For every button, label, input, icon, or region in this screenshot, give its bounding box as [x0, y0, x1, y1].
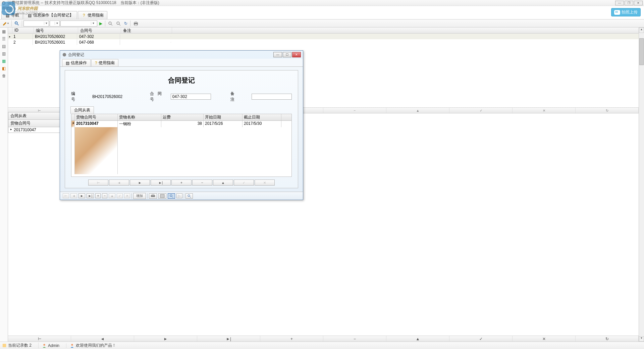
menu-help[interactable]: 帮助(H) [2, 6, 16, 11]
sg-h1[interactable]: 货物合同号 [75, 114, 118, 120]
bnav-ok[interactable]: ✓ [449, 336, 513, 342]
table-row[interactable]: ▸ 1 BH20170526002 047-302 [8, 34, 644, 39]
run-button[interactable]: ▶ [98, 20, 104, 27]
edit-button[interactable]: ▾ [1, 20, 10, 27]
bnav-cancel[interactable]: ✕ [513, 336, 576, 342]
dnav-up[interactable]: ▲ [213, 180, 233, 186]
bz-input[interactable] [252, 94, 292, 100]
toolbar: ▾ ▼ ▼ ▼ ▶ ↻ [0, 19, 644, 28]
f-zoom[interactable] [168, 193, 175, 199]
dialog-minimize-button[interactable]: — [273, 52, 282, 57]
close-button[interactable]: ✕ [634, 1, 643, 5]
tab-nav[interactable]: ▧ 导航 [1, 11, 23, 19]
col-bz[interactable]: 备注 [121, 28, 172, 33]
sub-panel-value: 2017310047 [14, 128, 36, 132]
dialog-tab-info[interactable]: ▤ 信息操作 [62, 59, 91, 66]
f-play[interactable]: ▷ [176, 193, 182, 198]
filter-value-combo[interactable]: ▼ [60, 20, 97, 27]
f-next[interactable]: ► [78, 193, 85, 198]
bnav-add[interactable]: + [260, 336, 323, 342]
side-icon-7[interactable]: 🗑 [1, 72, 7, 79]
bnav-next[interactable]: ► [134, 336, 197, 342]
grid-header: ID 编号 合同号 备注 [8, 28, 644, 34]
find-button[interactable] [115, 20, 122, 27]
nav-ok[interactable]: ✓ [449, 108, 513, 113]
zoom-button[interactable] [107, 20, 114, 27]
nav-refresh[interactable]: ↻ [576, 108, 639, 113]
dialog-title: 合同登记 [68, 52, 84, 58]
sub-panel-row[interactable]: ▸ 2017310047 [8, 127, 62, 133]
dnav-ok[interactable]: ✓ [234, 180, 254, 186]
dialog-tab-guide-label: 使用指南 [99, 60, 115, 66]
dialog-close-button[interactable]: ✕ [292, 52, 301, 57]
nav-up[interactable]: ▲ [386, 108, 449, 113]
dnav-prev[interactable]: ◄ [109, 180, 129, 186]
dnav-play[interactable]: ► [130, 180, 150, 186]
f-print[interactable] [149, 193, 157, 199]
bnav-refresh[interactable]: ↻ [576, 336, 639, 342]
sg-h4[interactable]: 开始日期 [204, 114, 243, 120]
tab-info[interactable]: ▤ 信息操作【合同登记】 [23, 11, 77, 19]
f-zoom2[interactable] [185, 193, 193, 199]
col-id[interactable]: ID [12, 28, 34, 33]
nav-del[interactable]: − [323, 108, 386, 113]
side-icon-5[interactable]: ▦ [1, 58, 7, 64]
dnav-first[interactable]: ⊢ [88, 180, 108, 186]
dnav-cancel[interactable]: ✕ [255, 180, 275, 186]
side-icon-4[interactable]: ▥ [1, 50, 7, 57]
bnav-prev[interactable]: ◄ [71, 336, 134, 342]
f-cancel[interactable]: ✕ [124, 193, 130, 198]
nav-cancel[interactable]: ✕ [513, 108, 576, 113]
sg-h3[interactable]: 运费 [161, 114, 204, 120]
f-ok[interactable]: ✓ [117, 193, 123, 198]
f-prev[interactable]: ◄ [70, 193, 77, 198]
side-icon-2[interactable]: ☰ [1, 36, 7, 42]
dnav-minus[interactable]: − [192, 180, 212, 186]
f-first[interactable]: ⊢ [63, 193, 69, 198]
upload-icon [614, 10, 620, 15]
f-preview[interactable] [158, 193, 166, 199]
col-bh[interactable]: 编号 [34, 28, 78, 33]
upload-label: 拍照上传 [622, 9, 638, 15]
restore-button[interactable]: ❐ [625, 1, 633, 5]
bnav-del[interactable]: − [323, 336, 386, 342]
dnav-last[interactable]: ►| [151, 180, 171, 186]
sub-panel-header[interactable]: 货物合同号 [8, 120, 62, 127]
search-button[interactable] [13, 20, 20, 27]
f-minus[interactable]: − [102, 193, 107, 198]
upload-button[interactable]: 拍照上传 [611, 8, 641, 16]
f-plus[interactable]: + [95, 193, 101, 198]
bnav-last[interactable]: ►| [197, 336, 260, 342]
sg-h2[interactable]: 货物名称 [118, 114, 161, 120]
dialog-maximize-button[interactable]: ☐ [283, 52, 291, 57]
side-icon-1[interactable]: ▦ [1, 28, 7, 35]
side-icon-6[interactable]: ◧ [1, 65, 7, 72]
side-icon-3[interactable]: ▤ [1, 43, 7, 50]
dialog-subtab[interactable]: 合同从表 [70, 106, 94, 114]
f-up[interactable]: ▲ [109, 193, 115, 198]
subgrid-row[interactable]: ▸ 2017310047 一钢粉 38 2017/5/26 2017/5/30 [71, 121, 291, 127]
refresh-button[interactable]: ↻ [123, 20, 129, 27]
svg-point-23 [71, 344, 73, 345]
filter-op-combo[interactable]: ▼ [50, 20, 60, 27]
hth-input[interactable] [171, 94, 211, 100]
dialog-icon [62, 52, 67, 57]
col-hth[interactable]: 合同号 [78, 28, 121, 33]
dnav-plus[interactable]: + [171, 180, 192, 186]
print-button[interactable] [132, 20, 140, 27]
guide-icon: ? [82, 13, 86, 18]
vertical-scrollbar[interactable]: ▲ ▼ [639, 28, 644, 342]
filter-field-combo[interactable]: ▼ [23, 20, 49, 27]
table-row[interactable]: 2 BH20170526001 047-068 [8, 39, 644, 45]
dialog-tab-guide[interactable]: ? 使用指南 [91, 59, 118, 66]
f-add[interactable]: 增加 [133, 193, 146, 199]
minimize-button[interactable]: — [615, 1, 624, 5]
sg-h5[interactable]: 截止日期 [243, 114, 281, 120]
f-last[interactable]: ►| [87, 193, 94, 198]
svg-rect-10 [135, 24, 137, 26]
dialog-heading: 合同登记 [71, 76, 292, 85]
svg-line-3 [17, 24, 19, 25]
tab-guide[interactable]: ? 使用指南 [78, 11, 107, 19]
bnav-first[interactable]: ⊢ [8, 336, 71, 342]
bnav-up[interactable]: ▲ [386, 336, 449, 342]
